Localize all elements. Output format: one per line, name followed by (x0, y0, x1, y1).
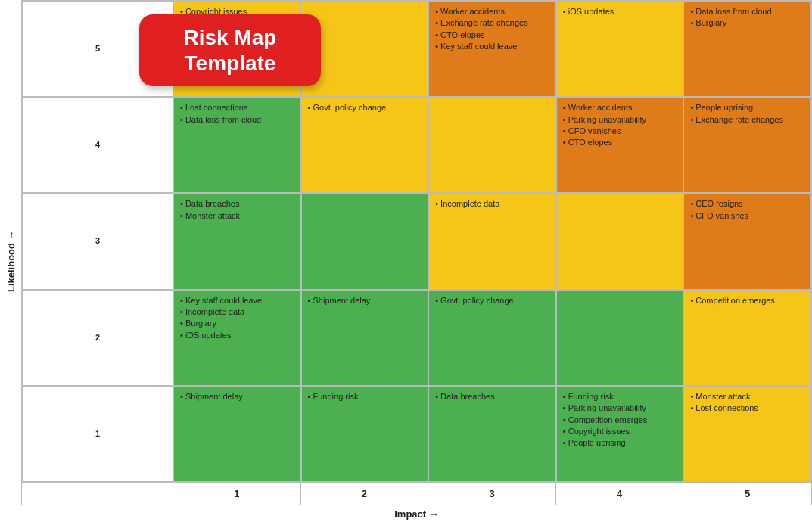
x-label-1: 1 (173, 483, 301, 505)
cell-r1c1: Shipment delay (173, 386, 301, 482)
cell-r4c1: Lost connectionsData loss from cloud (173, 97, 301, 193)
cell-r4c5: People uprisingExchange rate changes (683, 97, 811, 193)
row-label-4: 4 (22, 97, 173, 193)
cell-r1c4: Funding riskParking unavailabilityCompet… (556, 386, 684, 482)
cell-r3c4 (556, 193, 684, 289)
cell-r3c2 (301, 193, 429, 289)
cell-r5c4: iOS updates (556, 1, 684, 97)
corner-cell (22, 483, 173, 505)
grid-and-labels: 5 Copyright issues Worker accidentsExcha… (21, 0, 812, 522)
cell-r2c4 (556, 290, 684, 386)
cell-r3c1: Data breachesMonster attack (173, 193, 301, 289)
row-label-1: 1 (22, 386, 173, 482)
cell-r4c3 (428, 97, 556, 193)
x-label-4: 4 (556, 483, 684, 505)
cell-r5c5: Data loss from cloudBurglary (683, 1, 811, 97)
risk-grid: 5 Copyright issues Worker accidentsExcha… (21, 0, 812, 483)
cell-r2c3: Govt. policy change (428, 290, 556, 386)
cell-r3c5: CEO resignsCFO vanishes (683, 193, 811, 289)
x-axis-label-text: Impact → (394, 508, 439, 520)
row-label-3: 3 (22, 193, 173, 289)
overlay-badge: Risk Map Template (139, 14, 321, 86)
cell-r2c1: Key staff could leaveIncomplete dataBurg… (173, 290, 301, 386)
overlay-line1: Risk Map (184, 26, 277, 49)
overlay-line2: Template (185, 51, 276, 75)
cell-r4c4: Worker accidentsParking unavailabilityCF… (556, 97, 684, 193)
row-label-2: 2 (22, 290, 173, 386)
cell-r5c3: Worker accidentsExchange rate changesCTO… (428, 1, 556, 97)
x-label-5: 5 (683, 483, 811, 505)
x-label-2: 2 (301, 483, 429, 505)
cell-r2c2: Shipment delay (301, 290, 429, 386)
cell-r3c3: Incomplete data (428, 193, 556, 289)
cell-r1c5: Monster attackLost connections (683, 386, 811, 482)
cell-r1c3: Data breaches (428, 386, 556, 482)
cell-r4c2: Govt. policy change (301, 97, 429, 193)
x-axis-numbers: 1 2 3 4 5 (21, 483, 812, 505)
cell-r1c2: Funding risk (301, 386, 429, 482)
x-axis-label: Impact → (21, 505, 812, 522)
y-axis-label: Likelihood → (0, 0, 21, 522)
main-container: Likelihood → 5 Copyright issues Worker a… (0, 0, 812, 522)
cell-r2c5: Competition emerges (683, 290, 811, 386)
x-label-3: 3 (428, 483, 556, 505)
